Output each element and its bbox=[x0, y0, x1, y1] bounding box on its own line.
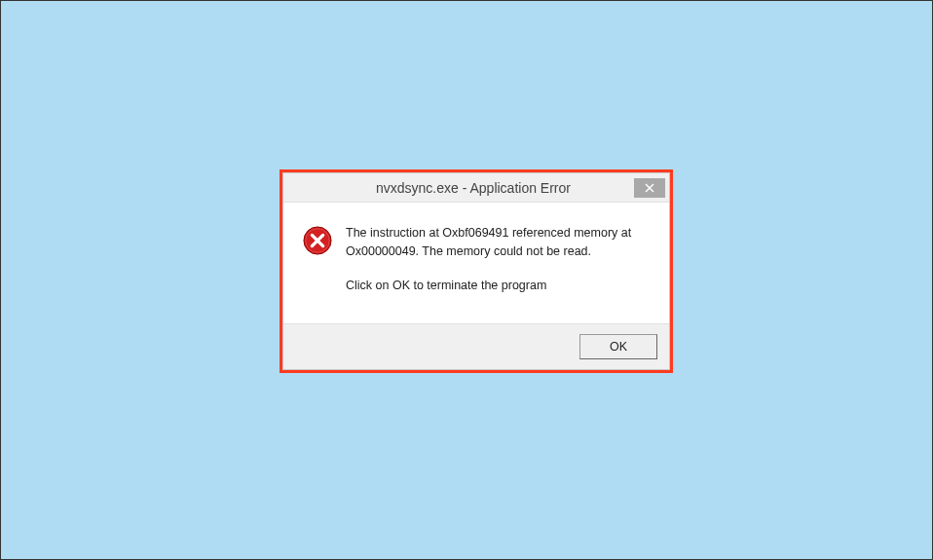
dialog-footer: OK bbox=[283, 323, 669, 369]
error-icon bbox=[303, 226, 332, 255]
ok-button[interactable]: OK bbox=[579, 334, 657, 359]
message-area: The instruction at Oxbf069491 referenced… bbox=[346, 224, 650, 294]
close-icon bbox=[645, 183, 654, 193]
dialog-title: nvxdsync.exe - Application Error bbox=[283, 180, 634, 196]
error-dialog-highlight: nvxdsync.exe - Application Error The ins… bbox=[280, 169, 673, 373]
error-dialog: nvxdsync.exe - Application Error The ins… bbox=[282, 172, 670, 370]
close-button[interactable] bbox=[634, 178, 665, 198]
titlebar: nvxdsync.exe - Application Error bbox=[283, 173, 669, 203]
error-message-instruction: Click on OK to terminate the program bbox=[346, 277, 650, 295]
error-message-main: The instruction at Oxbf069491 referenced… bbox=[346, 224, 650, 261]
dialog-content: The instruction at Oxbf069491 referenced… bbox=[283, 203, 669, 323]
